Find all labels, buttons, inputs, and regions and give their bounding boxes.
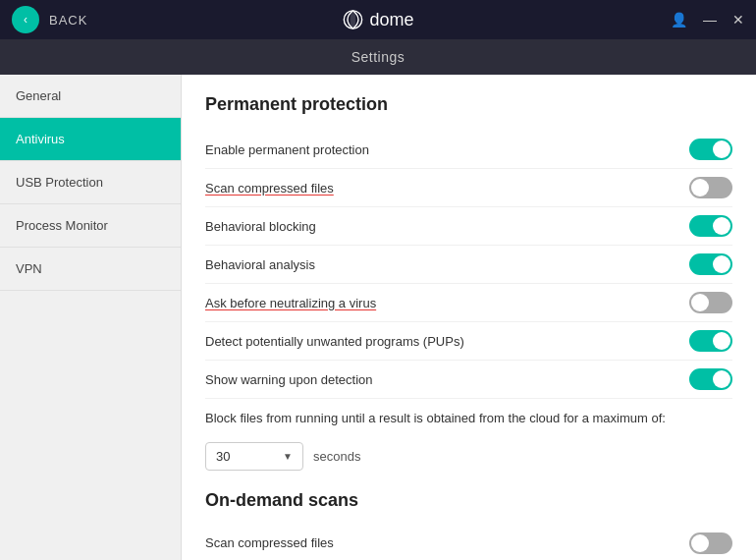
dropdown-value: 30 [216, 449, 230, 464]
toggle-ask-neutralizing[interactable] [689, 292, 732, 313]
setting-row-ask-neutralizing: Ask before neutralizing a virus [205, 284, 732, 322]
back-button[interactable]: ‹ [12, 6, 39, 33]
setting-row-behavioral-blocking: Behavioral blocking [205, 207, 732, 246]
title-bar: ‹ BACK dome 👤 — ✕ [0, 0, 756, 39]
toggle-detect-pups-perm[interactable] [689, 330, 732, 352]
toggle-scan-compressed-od[interactable] [689, 532, 732, 554]
dome-logo-icon [342, 9, 363, 30]
sidebar-item-vpn[interactable]: VPN [0, 248, 181, 291]
label-ask-neutralizing: Ask before neutralizing a virus [205, 296, 376, 310]
seconds-dropdown[interactable]: 30 ▼ [205, 442, 303, 471]
label-behavioral-analysis: Behavioral analysis [205, 257, 315, 272]
block-description: Block files from running until a result … [205, 399, 732, 436]
toggle-show-warning[interactable] [689, 368, 732, 390]
label-scan-compressed-od: Scan compressed files [205, 535, 334, 550]
user-icon[interactable]: 👤 [671, 12, 687, 28]
setting-row-show-warning: Show warning upon detection [205, 361, 732, 399]
on-demand-section-title: On-demand scans [205, 490, 732, 511]
dropdown-arrow-icon: ▼ [283, 451, 293, 462]
dome-logo-text: dome [369, 10, 413, 30]
label-detect-pups-perm: Detect potentially unwanted programs (PU… [205, 334, 464, 349]
setting-row-scan-compressed-od: Scan compressed files [205, 525, 732, 561]
main-layout: General Antivirus USB Protection Process… [0, 75, 756, 560]
content-area: Permanent protection Enable permanent pr… [182, 75, 756, 560]
setting-row-enable-permanent: Enable permanent protection [205, 131, 732, 169]
back-arrow-icon: ‹ [24, 13, 27, 27]
label-enable-permanent: Enable permanent protection [205, 142, 369, 157]
toggle-behavioral-blocking[interactable] [689, 215, 732, 237]
setting-row-behavioral-analysis: Behavioral analysis [205, 246, 732, 284]
sidebar: General Antivirus USB Protection Process… [0, 75, 182, 560]
title-bar-center: dome [342, 9, 413, 30]
svg-point-1 [351, 11, 356, 28]
setting-row-scan-compressed-perm: Scan compressed files [205, 169, 732, 207]
permanent-section-title: Permanent protection [205, 94, 732, 115]
back-label: BACK [49, 13, 87, 28]
title-bar-left: ‹ BACK [12, 6, 87, 33]
dropdown-row: 30 ▼ seconds [205, 436, 732, 484]
dome-logo: dome [342, 9, 413, 30]
toggle-scan-compressed-perm[interactable] [689, 177, 732, 198]
toggle-enable-permanent[interactable] [689, 139, 732, 160]
minimize-button[interactable]: — [703, 12, 717, 28]
sidebar-item-general[interactable]: General [0, 75, 181, 118]
label-behavioral-blocking: Behavioral blocking [205, 219, 316, 234]
settings-bar: Settings [0, 39, 756, 75]
label-show-warning: Show warning upon detection [205, 372, 373, 387]
sidebar-item-usb-protection[interactable]: USB Protection [0, 161, 181, 204]
setting-row-detect-pups-perm: Detect potentially unwanted programs (PU… [205, 322, 732, 361]
settings-title: Settings [351, 49, 405, 65]
sidebar-item-process-monitor[interactable]: Process Monitor [0, 204, 181, 248]
title-bar-right: 👤 — ✕ [671, 12, 744, 28]
sidebar-item-antivirus[interactable]: Antivirus [0, 118, 181, 161]
toggle-behavioral-analysis[interactable] [689, 253, 732, 275]
dropdown-unit: seconds [313, 449, 360, 464]
label-scan-compressed-perm: Scan compressed files [205, 181, 334, 196]
close-button[interactable]: ✕ [732, 12, 744, 28]
